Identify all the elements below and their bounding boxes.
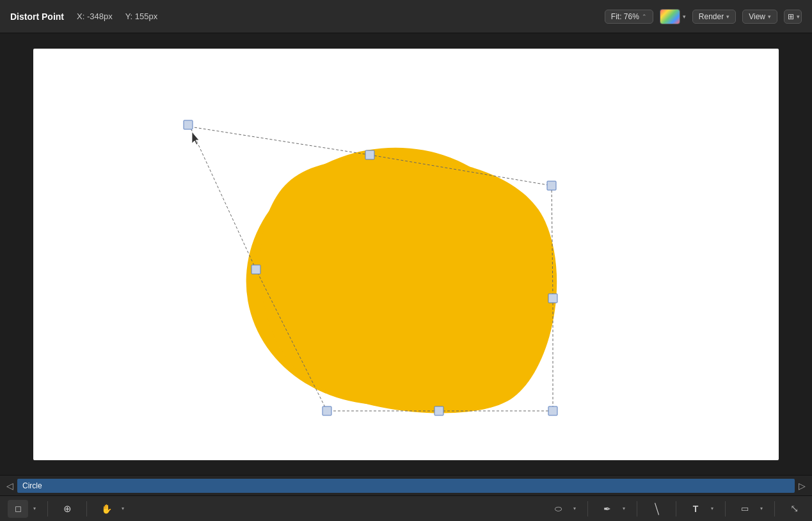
pencil-tool-button[interactable]: ╱	[646, 500, 667, 518]
ellipse-tool-button[interactable]: ⬭	[548, 500, 568, 518]
shape-tool-group: ◻ ▾	[8, 500, 38, 518]
pan-tool-button[interactable]: ✋	[96, 500, 116, 518]
rect-tool-chevron-icon: ▾	[760, 506, 763, 511]
rect-tool-icon: ▭	[741, 504, 749, 513]
handle-tc	[365, 150, 374, 159]
separator-4	[637, 501, 637, 517]
bottom-toolbar: ◻ ▾ ⊕ ✋ ▾ ⬭ ▾ ✒ ▾	[0, 495, 812, 521]
color-swatch[interactable]	[660, 9, 680, 24]
text-tool-chevron-icon: ▾	[711, 506, 713, 511]
handle-bc	[434, 406, 443, 415]
timeline-track[interactable]: Circle	[17, 479, 795, 493]
text-tool-chevron-button[interactable]: ▾	[707, 500, 716, 518]
text-tool-button[interactable]: T	[685, 500, 706, 518]
pan-tool-group: ✋ ▾	[96, 500, 127, 518]
orbit-tool-icon: ⊕	[63, 503, 72, 515]
rect-tool-button[interactable]: ▭	[735, 500, 755, 518]
shape-tool-chevron-button[interactable]: ▾	[29, 500, 38, 518]
timeline-start-icon: ◁	[6, 481, 13, 491]
separator-1	[47, 501, 48, 517]
separator-6	[725, 501, 726, 517]
resize-button[interactable]: ⤡	[784, 500, 804, 518]
handle-bl	[322, 406, 331, 415]
ellipse-tool-chevron-button[interactable]: ▾	[569, 500, 578, 518]
window-chevron-icon: ▾	[797, 13, 800, 20]
pan-tool-chevron-button[interactable]: ▾	[118, 500, 127, 518]
window-control-button[interactable]: ⊞ ▾	[784, 10, 802, 24]
render-button[interactable]: Render ▾	[692, 10, 736, 24]
shape-tool-chevron-icon: ▾	[33, 506, 36, 511]
bounding-line-left-top	[190, 127, 256, 269]
svg-marker-0	[192, 132, 199, 145]
timeline-bar: ◁ Circle ▷	[0, 475, 812, 495]
render-chevron-icon: ▾	[726, 13, 729, 20]
separator-2	[86, 501, 87, 517]
orbit-tool-button[interactable]: ⊕	[57, 500, 77, 518]
ellipse-tool-group: ⬭ ▾	[548, 500, 578, 518]
text-tool-icon: T	[693, 504, 699, 514]
topbar-right-controls: Fit: 76% ⌃ ▾ Render ▾ View ▾ ⊞ ▾	[605, 9, 802, 24]
pencil-tool-icon: ╱	[650, 502, 662, 515]
color-chevron-icon: ▾	[683, 13, 686, 20]
tool-name: Distort Point	[10, 12, 64, 22]
pan-tool-icon: ✋	[101, 504, 112, 514]
resize-icon: ⤡	[790, 502, 799, 515]
view-button[interactable]: View ▾	[742, 10, 777, 24]
separator-3	[587, 501, 588, 517]
shape-tool-icon: ◻	[15, 504, 22, 513]
rect-tool-group: ▭ ▾	[735, 500, 765, 518]
pen-tool-group: ✒ ▾	[597, 500, 628, 518]
coord-x: X: -348px	[77, 12, 113, 21]
top-toolbar: Distort Point X: -348px Y: 155px Fit: 76…	[0, 0, 812, 33]
separator-5	[676, 501, 676, 517]
canvas-wrapper	[0, 33, 812, 475]
canvas[interactable]	[33, 49, 779, 460]
timeline-end-icon: ▷	[799, 481, 806, 491]
text-tool-group: T ▾	[685, 500, 716, 518]
separator-7	[774, 501, 775, 517]
view-chevron-icon: ▾	[768, 13, 771, 20]
shape-tool-button[interactable]: ◻	[8, 500, 28, 518]
handle-tl	[184, 120, 193, 129]
canvas-svg	[33, 49, 779, 460]
fit-chevron-icon: ⌃	[642, 13, 647, 20]
fit-button[interactable]: Fit: 76% ⌃	[605, 10, 653, 24]
handle-br	[548, 406, 557, 415]
pen-tool-button[interactable]: ✒	[597, 500, 617, 518]
handle-mr	[548, 294, 557, 303]
pen-tool-chevron-button[interactable]: ▾	[619, 500, 628, 518]
bounding-line-top-left	[190, 127, 370, 155]
ellipse-tool-icon: ⬭	[555, 504, 562, 514]
pan-tool-chevron-icon: ▾	[122, 506, 124, 511]
pen-tool-chevron-icon: ▾	[623, 506, 625, 511]
handle-ml	[251, 265, 260, 274]
ellipse-tool-chevron-icon: ▾	[573, 506, 576, 511]
pen-tool-icon: ✒	[603, 504, 611, 514]
handle-tr	[547, 181, 556, 190]
timeline-layer-label: Circle	[22, 481, 42, 490]
cursor-indicator	[192, 132, 199, 145]
rect-tool-chevron-button[interactable]: ▾	[756, 500, 765, 518]
coord-y: Y: 155px	[125, 12, 158, 21]
shape-blob	[260, 156, 557, 413]
